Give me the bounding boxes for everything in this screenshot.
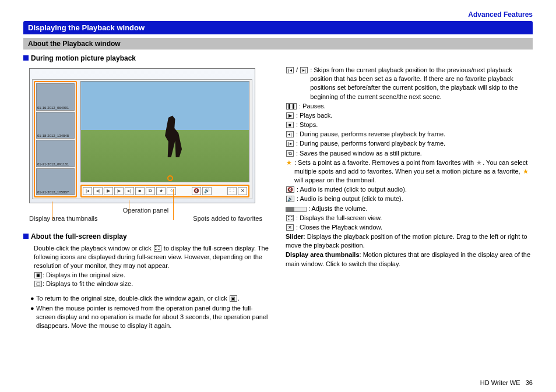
- preview-area[interactable]: [80, 81, 249, 182]
- skip-prev-button[interactable]: |◂: [83, 187, 92, 195]
- skip-next-button[interactable]: ▸|: [125, 187, 134, 195]
- list-item[interactable]: 01-21-2012_091131: [36, 140, 75, 167]
- product-name: HD Writer WE: [480, 379, 520, 386]
- section-link[interactable]: Advanced Features: [23, 10, 533, 19]
- favorite-remove-icon: ★: [476, 160, 483, 166]
- list-item[interactable]: 01-16-2012_064901: [36, 83, 75, 111]
- favorite-add-icon: ★: [286, 160, 293, 166]
- audio-on-icon: 🔊: [286, 196, 294, 202]
- original-size-icon: ▣: [34, 272, 42, 278]
- fullscreen-button[interactable]: ⛶: [227, 187, 237, 195]
- heading-motion-playback: During motion picture playback: [23, 54, 533, 62]
- save-still-button[interactable]: ⧉: [146, 187, 155, 195]
- volume-button[interactable]: 🔊: [202, 187, 212, 195]
- fullscreen-notes: ●To return to the original size, double-…: [30, 294, 270, 330]
- screenshot-captions: Operation panel Display area thumbnails …: [29, 207, 262, 222]
- stop-button[interactable]: ■: [135, 187, 145, 195]
- list-item[interactable]: 01-21-2012_105837: [36, 168, 75, 196]
- fwd-frame-button[interactable]: |▸: [114, 187, 124, 195]
- display-thumbs-label: Display area thumbnails: [286, 251, 360, 258]
- favorite-add-button[interactable]: ★: [156, 187, 166, 195]
- right-column: |◂ / ▸|: Skips from the current playback…: [286, 66, 533, 331]
- manual-page: Advanced Features Displaying the Playbac…: [0, 0, 556, 392]
- close-window-icon: ✕: [286, 224, 294, 231]
- caption-operation-panel: Operation panel: [111, 207, 181, 214]
- play-icon: ▶: [286, 112, 294, 119]
- save-still-icon: ⧉: [286, 150, 294, 157]
- play-button[interactable]: ▶: [104, 187, 113, 195]
- skip-prev-icon: |◂: [286, 67, 294, 73]
- list-item[interactable]: 01-18-2012_134848: [36, 112, 75, 139]
- skip-next-icon: ▸|: [300, 67, 308, 73]
- slider-label: Slider: [286, 233, 304, 240]
- bullet-square-icon: [23, 234, 29, 239]
- fwd-frame-icon: |▸: [286, 140, 294, 147]
- close-button[interactable]: ✕: [238, 187, 247, 195]
- pause-icon: ❚❚: [286, 103, 297, 110]
- rev-frame-button[interactable]: ◂|: [93, 187, 103, 195]
- mute-button[interactable]: 🔇: [192, 187, 201, 195]
- fullscreen-icon: ⛶: [154, 245, 161, 252]
- heading-fullscreen: About the full-screen display: [23, 232, 270, 241]
- volume-slider-icon: [286, 207, 307, 212]
- playback-window-screenshot: 01-16-2012_064901 01-18-2012_134848 01-2…: [29, 68, 255, 203]
- page-number: 36: [526, 379, 533, 386]
- fullscreen-description: Double-click the playback window or clic…: [34, 244, 270, 288]
- fit-window-icon: ▢: [34, 281, 42, 287]
- stop-icon: ■: [286, 122, 294, 128]
- favorite-badge-icon: ★: [522, 168, 529, 175]
- rev-frame-icon: ◂|: [286, 131, 294, 137]
- display-area-thumbnails: 01-16-2012_064901 01-18-2012_134848 01-2…: [34, 81, 77, 197]
- audio-muted-icon: 🔇: [286, 186, 294, 193]
- favorite-spot-marker: [167, 175, 173, 181]
- left-column: 01-16-2012_064901 01-18-2012_134848 01-2…: [23, 66, 270, 331]
- operation-panel: |◂ ◂| ▶ |▸ ▸| ■ ⧉ ★ ☆ 🔇 🔊 ⛶: [80, 185, 249, 197]
- fullscreen-view-icon: ⛶: [286, 215, 294, 221]
- page-title: Displaying the Playback window: [23, 21, 533, 34]
- page-footer: HD Writer WE 36: [480, 379, 533, 386]
- bullet-square-icon: [23, 55, 29, 61]
- caption-favorites: Spots added to favorites: [193, 215, 262, 222]
- caption-display-thumbnails: Display area thumbnails: [29, 215, 97, 222]
- subsection-title: About the Playback window: [23, 38, 533, 50]
- exit-fullscreen-icon: ▣: [230, 295, 237, 302]
- favorite-remove-button[interactable]: ☆: [167, 187, 176, 195]
